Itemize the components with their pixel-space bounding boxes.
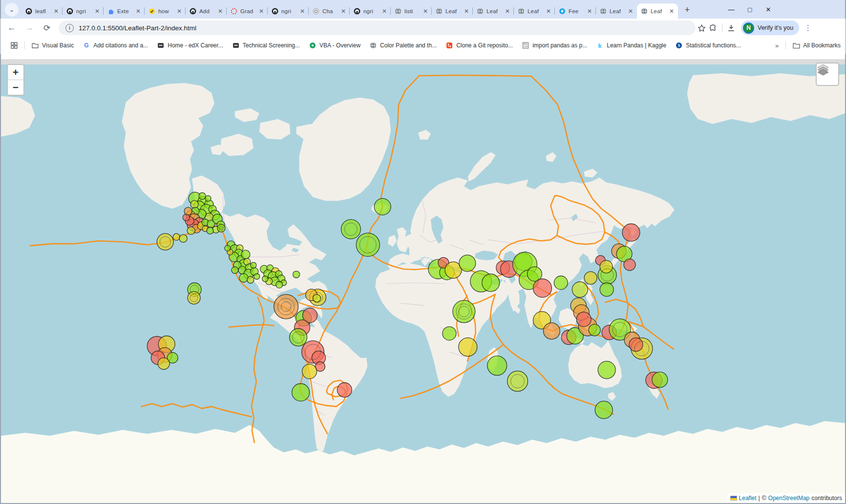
earthquake-marker[interactable] [232,267,238,273]
minimize-button[interactable]: — [728,6,735,13]
tab-close-icon[interactable]: ✕ [299,8,305,15]
address-bar[interactable]: i 127.0.0.1:5500/Leaflet-Part-2/index.ht… [59,21,696,35]
earthquake-marker[interactable] [187,227,195,234]
tab-close-icon[interactable]: ✕ [53,8,59,15]
browser-tab-13[interactable]: Leaf✕ [514,3,555,19]
browser-tab-4[interactable]: how✕ [145,3,186,19]
tab-close-icon[interactable]: ✕ [94,8,100,15]
browser-tab-9[interactable]: ngri✕ [350,3,391,19]
bookmark-star-icon[interactable] [696,22,707,34]
earthquake-marker[interactable] [576,312,591,327]
earthquake-marker[interactable] [254,273,260,279]
openstreetmap-link[interactable]: OpenStreetMap [768,495,810,502]
earthquake-marker[interactable] [443,327,456,340]
bookmark-item[interactable]: kLearn Pandas | Kaggle [592,40,671,51]
browser-tab-2[interactable]: ngri✕ [63,3,104,19]
browser-tab-16[interactable]: Leaf✕ [637,3,678,19]
maximize-button[interactable]: ▢ [746,6,753,13]
earthquake-marker[interactable] [188,292,200,304]
leaflet-link[interactable]: Leaflet [739,495,757,502]
earthquake-marker[interactable] [157,233,173,250]
earthquake-marker[interactable] [313,294,321,302]
bookmark-item[interactable]: Technical Screening... [228,40,304,51]
leaflet-map[interactable]: + − Leaflet | © OpenStreetMap contributo… [0,54,846,504]
bookmark-item[interactable]: Home - edX Career... [152,40,227,51]
zoom-out-button[interactable]: − [8,80,23,95]
earthquake-marker[interactable] [290,329,307,346]
bookmark-item[interactable]: Color Palette and th... [365,40,441,51]
earthquake-marker[interactable] [199,192,206,199]
tab-search-button[interactable]: ⌄ [5,3,19,17]
bookmark-item[interactable]: SStatistical functions... [671,40,745,51]
zoom-in-button[interactable]: + [8,65,23,80]
earthquake-marker[interactable] [205,195,211,201]
earthquake-marker[interactable] [374,198,391,215]
earthquake-marker[interactable] [487,356,507,376]
earthquake-marker[interactable] [341,219,360,239]
earthquake-marker[interactable] [572,282,588,297]
earthquake-marker[interactable] [459,255,476,272]
tab-close-icon[interactable]: ✕ [135,8,141,15]
reload-button[interactable]: ⟳ [40,21,54,35]
earthquake-marker[interactable] [173,233,180,240]
tab-close-icon[interactable]: ✕ [546,8,551,15]
earthquake-marker[interactable] [554,276,568,290]
extensions-icon[interactable] [707,22,719,34]
tab-close-icon[interactable]: ✕ [628,8,634,15]
earthquake-marker[interactable] [292,384,310,401]
url-text[interactable]: 127.0.0.1:5500/Leaflet-Part-2/index.html [79,24,196,32]
tab-close-icon[interactable]: ✕ [669,8,675,15]
earthquake-marker[interactable] [225,245,231,251]
browser-tab-7[interactable]: ngri✕ [268,3,309,19]
tab-close-icon[interactable]: ✕ [423,8,428,15]
earthquake-marker[interactable] [158,358,169,370]
bookmark-item[interactable]: Clone a Git reposito... [441,40,517,51]
browser-tab-6[interactable]: Grad✕ [227,3,268,19]
browser-tab-8[interactable]: Cha✕ [309,3,350,19]
all-bookmarks-button[interactable]: All Bookmarks [788,40,845,51]
earthquake-marker[interactable] [533,279,551,297]
earthquake-marker[interactable] [262,276,268,282]
tab-close-icon[interactable]: ✕ [587,8,592,15]
earthquake-marker[interactable] [622,224,640,241]
browser-tab-5[interactable]: Add✕ [186,3,227,19]
earthquake-marker[interactable] [459,338,477,357]
earthquake-marker[interactable] [241,250,250,259]
browser-menu-button[interactable]: ⋮ [804,23,812,32]
bookmark-item[interactable]: VBA - Overview [304,40,365,51]
bookmark-item[interactable]: GAdd citations and a... [78,40,152,51]
earthquake-marker[interactable] [337,383,352,398]
earthquake-marker[interactable] [293,271,300,278]
earthquake-marker[interactable] [251,262,256,268]
earthquake-marker[interactable] [652,372,668,388]
profile-verify-button[interactable]: N Verify it's you [741,21,799,35]
back-button[interactable]: ← [5,21,19,35]
tab-close-icon[interactable]: ✕ [381,8,387,15]
tab-close-icon[interactable]: ✕ [176,8,182,15]
earthquake-marker[interactable] [302,364,317,379]
earthquake-marker[interactable] [543,323,560,339]
tab-close-icon[interactable]: ✕ [217,8,223,15]
apps-grid-button[interactable] [6,40,22,51]
earthquake-marker[interactable] [624,259,635,271]
browser-tab-11[interactable]: Leaf✕ [432,3,473,19]
earthquake-marker[interactable] [482,274,500,292]
earthquake-marker[interactable] [207,227,213,234]
earthquake-marker[interactable] [629,338,643,352]
browser-tab-3[interactable]: Exte✕ [104,3,145,19]
tab-close-icon[interactable]: ✕ [340,8,346,15]
tab-close-icon[interactable]: ✕ [464,8,469,15]
bookmark-item[interactable]: 001110import pandas as p... [517,40,592,51]
bookmark-item[interactable]: Visual Basic [27,40,78,51]
earthquake-marker[interactable] [589,324,600,336]
earthquake-marker[interactable] [598,361,615,379]
earthquake-marker[interactable] [600,283,613,296]
browser-tab-15[interactable]: Leaf✕ [596,3,637,19]
new-tab-button[interactable]: + [681,3,694,16]
earthquake-marker[interactable] [276,281,283,288]
close-window-button[interactable]: ✕ [765,6,772,13]
earthquake-marker[interactable] [179,234,187,242]
earthquake-marker[interactable] [584,272,597,284]
earthquake-marker[interactable] [508,371,528,392]
downloads-icon[interactable] [725,22,737,34]
